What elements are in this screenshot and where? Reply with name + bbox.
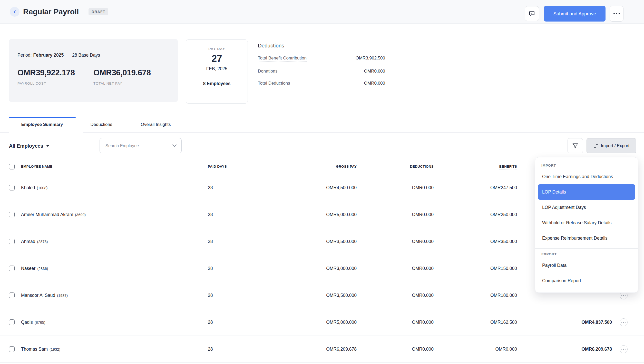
- employee-name[interactable]: Thomas Sam: [21, 347, 48, 352]
- search-employee-placeholder: Search Employee: [105, 143, 139, 148]
- more-options-button[interactable]: [610, 6, 623, 22]
- paid-days: 28: [208, 293, 232, 298]
- row-checkbox[interactable]: [9, 292, 15, 298]
- col-gross-pay: GROSS PAY: [336, 165, 357, 168]
- deductions: OMR0.000: [412, 347, 434, 352]
- comments-button[interactable]: [525, 6, 539, 21]
- payroll-app: Regular Payroll DRAFT Submit and Approve…: [0, 0, 644, 364]
- employee-id: (2873): [37, 240, 48, 244]
- row-checkbox[interactable]: [9, 212, 15, 217]
- gross-pay: OMR6,209.678: [326, 347, 357, 352]
- paid-days: 28: [208, 266, 232, 271]
- employee-id: (8765): [35, 320, 45, 325]
- menu-item-payroll-data[interactable]: Payroll Data: [538, 258, 635, 273]
- search-employee-select[interactable]: Search Employee: [100, 138, 182, 153]
- employee-name[interactable]: Khaled: [21, 185, 35, 190]
- deductions: OMR0.000: [412, 185, 434, 190]
- benefits: OMR0.000: [495, 347, 517, 352]
- menu-section-export: EXPORT: [535, 250, 638, 258]
- benefits: OMR162.500: [490, 320, 517, 325]
- import-export-icon: [593, 143, 599, 149]
- tab-overall-insights[interactable]: Overall Insights: [131, 117, 180, 133]
- paid-days: 28: [208, 185, 232, 190]
- menu-item-expense-reimbursement[interactable]: Expense Reimbursement Details: [538, 230, 635, 246]
- gross-pay: OMR5,000.000: [326, 320, 357, 325]
- payroll-cost-value: OMR39,922.178: [17, 68, 93, 77]
- net-pay: OMR6,209.678: [581, 347, 612, 352]
- row-checkbox[interactable]: [9, 346, 15, 352]
- menu-item-comparison-report[interactable]: Comparison Report: [538, 273, 635, 288]
- period-value: February 2025: [33, 53, 64, 58]
- benefits: OMR150.000: [490, 266, 517, 271]
- select-all-checkbox[interactable]: [9, 164, 15, 169]
- benefits: OMR180.000: [490, 293, 517, 298]
- col-employee-name: EMPLOYEE NAME: [21, 165, 208, 168]
- employee-id: (2836): [37, 267, 48, 271]
- menu-item-lop-adjustment-days[interactable]: LOP Adjustment Days: [538, 200, 635, 215]
- row-menu-icon[interactable]: [620, 345, 628, 353]
- total-benefit-contribution-value: OMR3,902.500: [356, 56, 385, 61]
- col-benefits[interactable]: BENEFITS: [499, 165, 517, 169]
- back-button[interactable]: [10, 7, 19, 17]
- employee-name[interactable]: Ameer Muhammad Akram: [21, 212, 73, 217]
- deductions: OMR0.000: [412, 320, 434, 325]
- net-pay: OMR4,837.500: [581, 320, 612, 325]
- payday-employee-count: 8 Employees: [186, 81, 248, 86]
- row-menu-icon[interactable]: [620, 318, 628, 326]
- paid-days: 28: [208, 212, 232, 217]
- menu-item-lop-details[interactable]: LOP Details: [538, 184, 635, 200]
- divider: [193, 77, 241, 77]
- payday-card: PAY DAY 27 FEB, 2025 8 Employees: [186, 39, 248, 104]
- employee-name[interactable]: Naseer: [21, 266, 35, 271]
- row-checkbox[interactable]: [9, 239, 15, 244]
- comment-icon: [529, 10, 535, 17]
- caret-down-icon: [46, 145, 49, 147]
- tab-deductions[interactable]: Deductions: [85, 117, 118, 133]
- total-deductions-value: OMR0.000: [364, 81, 385, 86]
- menu-section-import: IMPORT: [535, 161, 638, 169]
- employee-id: (1008): [37, 186, 48, 190]
- filter-icon: [572, 143, 579, 149]
- employee-id: (3699): [75, 213, 86, 217]
- row-checkbox[interactable]: [9, 319, 15, 325]
- menu-item-withhold-release-salary[interactable]: Withhold or Release Salary Details: [538, 215, 635, 230]
- deductions-summary: Deductions Total Benefit Contribution OM…: [258, 43, 385, 86]
- menu-divider: [535, 248, 638, 249]
- employee-name[interactable]: Mansoor Al Saud: [21, 293, 55, 298]
- menu-item-one-time-earnings[interactable]: One Time Earnings and Deductions: [538, 169, 635, 184]
- deductions: OMR0.000: [412, 239, 434, 244]
- submit-and-approve-button[interactable]: Submit and Approve: [544, 6, 606, 22]
- import-export-button[interactable]: Import / Export: [587, 138, 636, 153]
- table-row: Qadis(8765) 28 OMR5,000.000 OMR0.000 OMR…: [0, 309, 644, 336]
- employee-id: (1932): [50, 347, 60, 351]
- tab-employee-summary[interactable]: Employee Summary: [9, 117, 83, 133]
- total-benefit-contribution-label[interactable]: Total Benefit Contribution: [258, 56, 307, 62]
- row-checkbox[interactable]: [9, 185, 15, 190]
- import-export-menu: IMPORT One Time Earnings and Deductions …: [535, 157, 638, 293]
- employee-group-filter[interactable]: All Employees: [9, 138, 49, 153]
- gross-pay: OMR3,000.000: [326, 266, 357, 271]
- row-checkbox[interactable]: [9, 266, 15, 271]
- divider: [68, 52, 68, 58]
- payday-label: PAY DAY: [186, 47, 248, 51]
- employee-name[interactable]: Qadis: [21, 320, 33, 325]
- total-net-pay-label: TOTAL NET PAY: [93, 82, 169, 85]
- benefits: OMR247.500: [490, 185, 517, 190]
- more-options-icon: [613, 13, 620, 14]
- gross-pay: OMR3,500.000: [326, 293, 357, 298]
- payday-month-year: FEB, 2025: [186, 66, 248, 72]
- col-deductions: DEDUCTIONS: [410, 165, 434, 168]
- paid-days: 28: [208, 239, 232, 244]
- donations-value: OMR0.000: [364, 69, 385, 74]
- payday-day: 27: [186, 53, 248, 64]
- employee-name[interactable]: Ahmad: [21, 239, 35, 244]
- table-row: Thomas Sam(1932) 28 OMR6,209.678 OMR0.00…: [0, 336, 644, 363]
- paid-days: 28: [208, 347, 232, 352]
- total-deductions-label: Total Deductions: [258, 81, 290, 86]
- page-title: Regular Payroll: [23, 0, 79, 24]
- filter-button[interactable]: [568, 138, 583, 153]
- back-chevron-icon: [13, 10, 16, 14]
- benefits: OMR350.000: [490, 239, 517, 244]
- benefits: OMR250.000: [490, 212, 517, 217]
- base-days: 28 Base Days: [72, 53, 100, 58]
